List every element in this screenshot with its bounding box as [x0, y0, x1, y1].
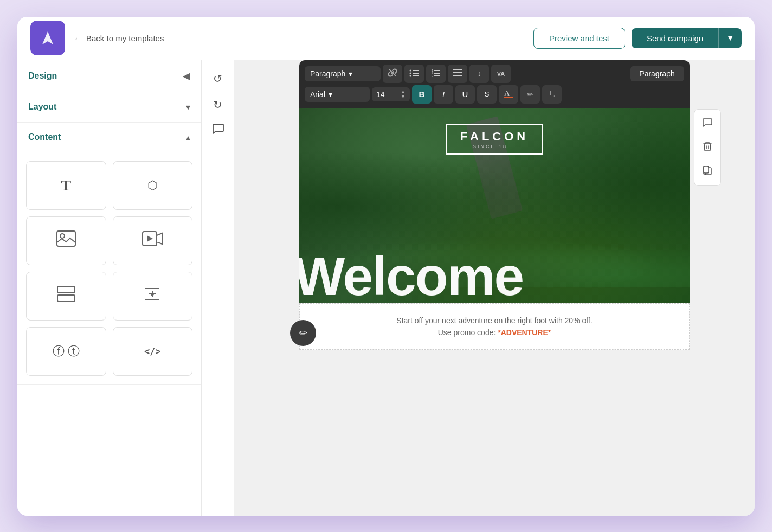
send-campaign-button[interactable]: Send campaign	[632, 28, 718, 48]
mini-toolbar: ↺ ↻	[202, 60, 234, 516]
font-color-button[interactable]: A	[499, 85, 518, 104]
preview-button[interactable]: Preview and test	[533, 28, 625, 49]
header: ← Back to my templates Preview and test …	[17, 17, 755, 60]
ordered-list-button[interactable]: 1 2 3	[426, 65, 446, 83]
italic-button[interactable]: I	[434, 85, 453, 104]
font-color-icon: A	[504, 88, 513, 100]
svg-rect-1	[57, 231, 75, 246]
promo-text-block[interactable]: ✏ Start off your next adventure on the r…	[299, 303, 690, 350]
sidebar-row-content[interactable]: Content ▴	[17, 123, 201, 152]
send-dropdown-button[interactable]: ▼	[718, 28, 742, 48]
font-size-value: 14	[376, 90, 385, 99]
content-grid: T ⬡	[17, 152, 201, 384]
strikethrough-icon: S	[485, 90, 490, 98]
promo-text: Start off your next adventure on the rig…	[321, 315, 667, 339]
content-item-button[interactable]: ⬡	[113, 161, 193, 210]
content-item-divider[interactable]	[113, 272, 193, 321]
svg-rect-6	[57, 295, 75, 302]
strikethrough-button[interactable]: S	[477, 85, 497, 104]
letter-spacing-button[interactable]: VA	[491, 65, 511, 83]
unordered-list-icon	[409, 68, 419, 79]
highlight-button[interactable]: ✏	[520, 85, 540, 104]
send-group: Send campaign ▼	[632, 28, 742, 48]
falcon-title: FALCON	[460, 130, 529, 144]
italic-icon: I	[442, 89, 445, 99]
main-area: Design ◀ Layout ▾ Content ▴ T	[17, 60, 755, 516]
svg-point-2	[60, 234, 65, 238]
canvas-copy-button[interactable]	[698, 162, 717, 181]
email-canvas: FALCON SINCE 18__ Welcome ✏ Start off yo…	[299, 108, 690, 350]
content-label: Content	[28, 132, 61, 142]
layout-block-icon	[57, 286, 75, 306]
underline-icon: U	[462, 89, 468, 99]
canvas-comment-icon	[703, 118, 712, 130]
line-height-button[interactable]: ↕	[469, 65, 489, 83]
svg-point-15	[410, 75, 411, 77]
welcome-text: Welcome	[299, 249, 523, 303]
design-label: Design	[28, 71, 57, 81]
paragraph-dropdown[interactable]: Paragraph ▾	[305, 66, 381, 81]
content-item-social[interactable]: ⓕ ⓣ	[26, 327, 106, 376]
falcon-logo-box: FALCON SINCE 18__	[446, 124, 543, 155]
sidebar-row-design[interactable]: Design ◀	[17, 60, 201, 92]
chevron-down-icon: ▾	[349, 69, 352, 78]
redo-button[interactable]: ↻	[206, 93, 230, 117]
layout-label: Layout	[28, 102, 56, 112]
divider-icon	[143, 286, 162, 305]
sidebar-row-layout[interactable]: Layout ▾	[17, 92, 201, 122]
underline-button[interactable]: U	[455, 85, 475, 104]
content-item-html[interactable]: </>	[113, 327, 193, 376]
layout-arrow-icon: ▾	[186, 102, 190, 112]
back-arrow-icon: ←	[74, 34, 82, 43]
text-icon: T	[61, 177, 71, 194]
font-size-stepper[interactable]: ▲▼	[401, 89, 406, 99]
canvas-delete-button[interactable]	[698, 138, 717, 157]
font-size-input[interactable]: 14 ▲▼	[372, 87, 410, 101]
trash-icon	[703, 142, 712, 153]
clear-format-button[interactable]: Tx	[542, 85, 562, 104]
content-item-video[interactable]	[113, 216, 193, 265]
toolbar-row-1: Paragraph ▾	[305, 65, 684, 83]
font-dropdown[interactable]: Arial ▾	[305, 87, 370, 102]
sidebar: Design ◀ Layout ▾ Content ▴ T	[17, 60, 202, 516]
svg-marker-0	[42, 31, 53, 44]
canvas-area: Paragraph ▾	[234, 60, 755, 516]
undo-button[interactable]: ↺	[206, 67, 230, 91]
svg-marker-8	[151, 294, 154, 297]
sidebar-section-design: Design ◀	[17, 60, 201, 92]
sidebar-section-content: Content ▴ T ⬡	[17, 123, 201, 385]
align-icon	[453, 69, 462, 78]
canvas-wrapper: FALCON SINCE 18__ Welcome ✏ Start off yo…	[299, 108, 690, 350]
undo-icon: ↺	[213, 72, 222, 85]
promo-code: *ADVENTURE*	[498, 328, 551, 337]
unordered-list-button[interactable]	[404, 65, 424, 83]
align-button[interactable]	[448, 65, 467, 83]
promo-code-prefix: Use promo code:	[438, 328, 498, 337]
svg-marker-4	[147, 235, 153, 242]
back-link[interactable]: ← Back to my templates	[74, 34, 525, 43]
content-item-text[interactable]: T	[26, 161, 106, 210]
content-item-image[interactable]	[26, 216, 106, 265]
comment-button[interactable]	[206, 119, 230, 143]
ordered-list-icon: 1 2 3	[431, 68, 441, 79]
line-height-icon: ↕	[478, 69, 481, 78]
paragraph-style-label: Paragraph	[630, 66, 684, 81]
falcon-overlay: FALCON SINCE 18__ Welcome	[299, 108, 690, 303]
canvas-comment-button[interactable]	[698, 114, 717, 133]
font-chevron-icon: ▾	[329, 90, 332, 99]
html-icon: </>	[144, 346, 161, 357]
paragraph-dropdown-label: Paragraph	[310, 69, 345, 78]
falcon-header-image: FALCON SINCE 18__ Welcome	[299, 108, 690, 303]
falcon-subtitle: SINCE 18__	[460, 144, 529, 149]
link-button[interactable]	[383, 65, 402, 83]
bold-button[interactable]: B	[412, 85, 432, 104]
svg-text:A: A	[504, 89, 510, 98]
highlight-icon: ✏	[527, 90, 533, 99]
edit-fab-button[interactable]: ✏	[290, 320, 316, 346]
comment-icon	[212, 123, 224, 138]
content-item-layout[interactable]	[26, 272, 106, 321]
clear-format-icon: Tx	[549, 89, 555, 98]
svg-rect-5	[57, 286, 75, 293]
copy-icon	[703, 165, 712, 177]
letter-spacing-icon: VA	[497, 70, 505, 77]
